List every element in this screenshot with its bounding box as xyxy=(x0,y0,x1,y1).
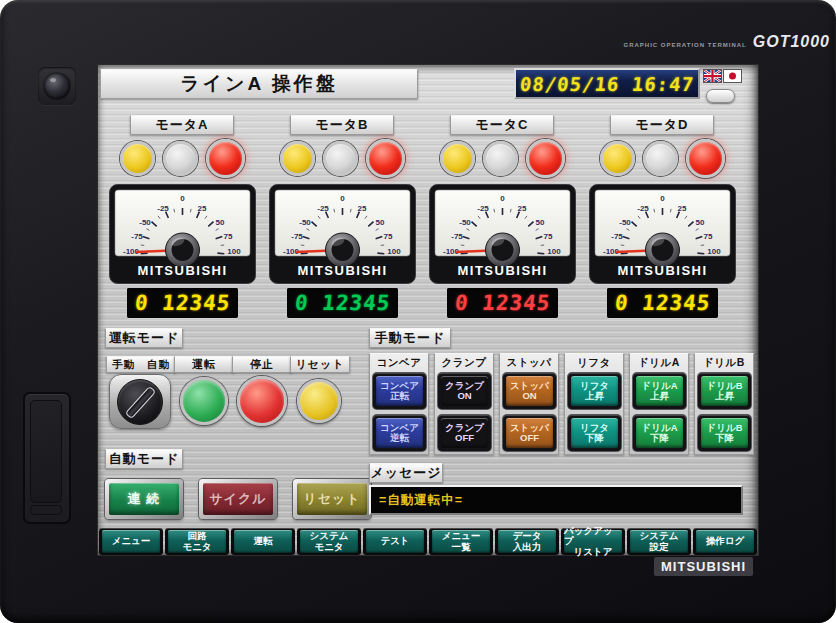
meter-tick-label: 100 xyxy=(227,247,241,256)
motor-d-lamps xyxy=(589,139,736,178)
white-lamp-icon xyxy=(323,141,358,176)
run-button[interactable] xyxy=(180,377,228,425)
counter-value: 0 12345 xyxy=(613,291,711,315)
drill-a-down-button[interactable]: ドリルA 下降 xyxy=(633,415,686,451)
clamp-on-button[interactable]: クランプ ON xyxy=(438,373,491,409)
meter-tick-label: -75 xyxy=(131,232,143,241)
language-switch-button[interactable] xyxy=(706,89,735,103)
selector-label-plate: 手動 自動 xyxy=(106,356,176,373)
button-line2: リストア xyxy=(574,547,613,558)
column-label: リフタ xyxy=(565,354,623,371)
bottom-button-operation-log[interactable]: 操作ログ xyxy=(693,528,757,555)
red-lamp-icon xyxy=(686,139,725,178)
analog-meter: -100 -75 -50 -25 0 25 50 75 100 MITSUBIS… xyxy=(589,184,736,284)
stop-button-label: 停止 xyxy=(232,356,292,373)
motor-c-section: モータC -100 -75 -50 -25 0 25 50 75 100 xyxy=(429,111,576,319)
stop-button[interactable] xyxy=(237,376,287,426)
analog-meter: -100 -75 -50 -25 0 25 50 75 100 MITSUBIS… xyxy=(109,184,256,284)
selector-knob[interactable] xyxy=(117,379,163,425)
lifter-up-button[interactable]: リフタ 上昇 xyxy=(568,373,621,409)
meter-tick-label: -75 xyxy=(451,232,463,241)
red-lamp-icon xyxy=(526,139,565,178)
meter-tick-label: -50 xyxy=(619,218,631,227)
meter-tick-label: 0 xyxy=(660,194,665,203)
got1000-device: GRAPHIC OPERATION TERMINAL GOT1000 MITSU… xyxy=(0,0,836,623)
run-button-label: 運転 xyxy=(174,356,234,373)
meter-tick-label: -25 xyxy=(477,204,489,213)
manual-column-clamp: クランプ クランプ ON クランプ OFF xyxy=(434,353,494,455)
screenshot-stage: GRAPHIC OPERATION TERMINAL GOT1000 MITSU… xyxy=(0,0,836,623)
motor-c-lamps xyxy=(429,139,576,178)
manual-column-stopper: ストッパ ストッパ ON ストッパ OFF xyxy=(499,353,559,455)
meter-tick-label: -25 xyxy=(157,204,169,213)
bottom-button-backup-restore[interactable]: バックアップリストア xyxy=(561,528,625,555)
button-line1: メニュー xyxy=(442,531,481,542)
yellow-lamp-icon xyxy=(600,141,635,176)
meter-tick-label: 0 xyxy=(340,194,345,203)
run-mode-section-label: 運転モード xyxy=(105,328,183,348)
bottom-button-system-settings[interactable]: システム設定 xyxy=(627,528,691,555)
meter-tick-label: -50 xyxy=(459,218,471,227)
motor-b-label: モータB xyxy=(290,115,394,135)
reset-button[interactable] xyxy=(297,379,341,423)
column-label: ドリルB xyxy=(695,354,753,371)
conveyor-reverse-button[interactable]: コンベア 逆転 xyxy=(373,415,426,451)
selector-handle[interactable] xyxy=(125,386,156,420)
drill-b-up-button[interactable]: ドリルB 上昇 xyxy=(698,373,751,409)
motor-d-label: モータD xyxy=(610,115,714,135)
cycle-button[interactable]: サイクル xyxy=(199,479,277,519)
motor-a-lamps xyxy=(109,139,256,178)
meter-tick-label: -50 xyxy=(139,218,151,227)
selector-left-label: 手動 xyxy=(112,358,135,372)
language-flags[interactable] xyxy=(704,70,741,82)
button-line2: 一覧 xyxy=(452,542,471,553)
bottom-button-circuit-monitor[interactable]: 回路モニタ xyxy=(165,528,229,555)
meter-tick-label: 75 xyxy=(384,232,393,241)
bottom-button-menu-list[interactable]: メニュー一覧 xyxy=(429,528,493,555)
button-line1: システム xyxy=(640,531,679,542)
bottom-button-test[interactable]: テスト xyxy=(363,528,427,555)
column-label: ストッパ xyxy=(500,354,558,371)
lifter-down-button[interactable]: リフタ 下降 xyxy=(568,415,621,451)
drill-b-down-button[interactable]: ドリルB 下降 xyxy=(698,415,751,451)
meter-tick-label: 25 xyxy=(358,204,367,213)
continuous-button-label: 連 続 xyxy=(109,483,179,515)
conveyor-forward-button[interactable]: コンベア 正転 xyxy=(373,373,426,409)
japan-flag-icon[interactable] xyxy=(724,70,741,82)
stopper-on-button[interactable]: ストッパ ON xyxy=(503,373,556,409)
meter-brand-text: MITSUBISHI xyxy=(617,263,707,278)
usb-door-groove xyxy=(30,505,62,515)
meter-tick-label: 50 xyxy=(376,218,385,227)
continuous-button[interactable]: 連 続 xyxy=(105,479,183,519)
message-text: =自動運転中= xyxy=(379,492,463,509)
button-line2: 上昇 xyxy=(585,391,604,401)
red-lamp-icon xyxy=(366,139,405,178)
message-section-label: メッセージ xyxy=(369,463,443,483)
button-line2: 設定 xyxy=(650,542,669,553)
counter-value: 0 12345 xyxy=(133,291,231,315)
white-lamp-icon xyxy=(643,141,678,176)
button-line1: 運転 xyxy=(254,536,273,547)
bottom-button-system-monitor[interactable]: システムモニタ xyxy=(297,528,361,555)
clamp-off-button[interactable]: クランプ OFF xyxy=(438,415,491,451)
uk-flag-icon[interactable] xyxy=(704,70,721,82)
human-sensor-lens xyxy=(38,67,76,105)
auto-reset-button[interactable]: リセット xyxy=(293,479,371,519)
column-label: コンベア xyxy=(370,354,428,371)
meter-tick-label: 0 xyxy=(500,194,505,203)
manual-column-lifter: リフタ リフタ 上昇 リフタ 下降 xyxy=(564,353,624,455)
meter-tick-label: -50 xyxy=(299,218,311,227)
stopper-off-button[interactable]: ストッパ OFF xyxy=(503,415,556,451)
mode-selector-switch[interactable] xyxy=(109,374,171,429)
bottom-button-run[interactable]: 運転 xyxy=(231,528,295,555)
reset-button-label: リセット xyxy=(290,356,350,373)
counter-value: 0 12345 xyxy=(453,291,551,315)
bottom-button-data-io[interactable]: データ入出力 xyxy=(495,528,559,555)
drill-a-up-button[interactable]: ドリルA 上昇 xyxy=(633,373,686,409)
usb-door-slab xyxy=(30,400,62,503)
meter-tick-label: 50 xyxy=(216,218,225,227)
button-line2: 上昇 xyxy=(650,391,669,401)
bottom-button-menu[interactable]: メニュー xyxy=(99,528,163,555)
manual-column-conveyor: コンベア コンベア 正転 コンベア 逆転 xyxy=(369,353,429,455)
motor-b-lamps xyxy=(269,139,416,178)
